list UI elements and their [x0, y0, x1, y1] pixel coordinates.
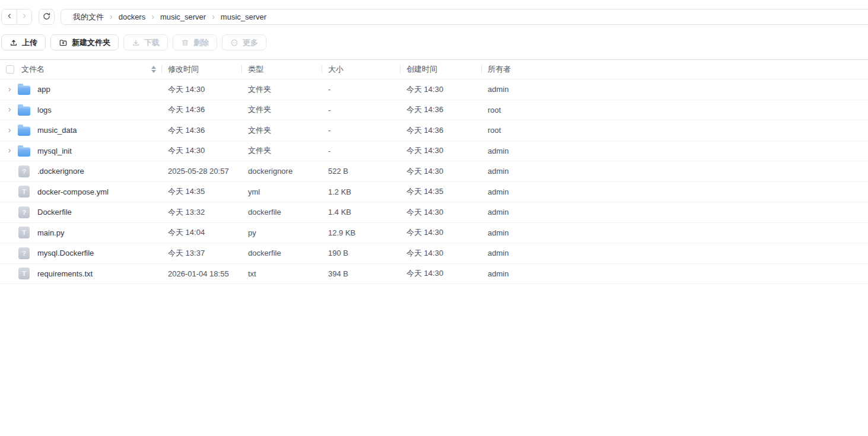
table-row[interactable]: T requirements.txt 2026-01-04 18:55 txt … — [0, 264, 868, 285]
file-owner: admin — [481, 269, 868, 278]
file-text-icon: T — [18, 268, 30, 279]
breadcrumb-item[interactable]: music_server — [160, 12, 206, 21]
file-owner: admin — [481, 147, 868, 155]
sort-desc-icon[interactable] — [151, 70, 156, 73]
file-name: requirements.txt — [37, 269, 93, 278]
back-button[interactable] — [2, 9, 17, 24]
file-name-cell: ? Dockerfile — [0, 206, 161, 218]
file-type: dockerfile — [241, 208, 322, 217]
table-row[interactable]: ? .dockerignore 2025-05-28 20:57 dockeri… — [0, 161, 868, 182]
table-row[interactable]: ? Dockerfile 今天 13:32 dockerfile 1.4 KB … — [0, 202, 868, 223]
file-owner: admin — [481, 208, 868, 217]
select-all-checkbox[interactable] — [6, 65, 14, 74]
file-name: docker-compose.yml — [37, 187, 109, 196]
file-name-cell: T requirements.txt — [0, 268, 161, 279]
delete-button[interactable]: 删除 — [173, 34, 217, 50]
modified-time: 今天 14:30 — [161, 145, 241, 156]
file-type: 文件夹 — [241, 125, 322, 136]
file-name-cell: logs — [0, 104, 161, 116]
breadcrumb-item[interactable]: dockers — [119, 12, 146, 21]
file-type: dockerfile — [241, 249, 322, 257]
breadcrumb-separator-icon: › — [110, 12, 113, 22]
download-button[interactable]: 下载 — [123, 34, 168, 50]
expand-chevron-icon[interactable] — [7, 147, 12, 154]
file-actions-toolbar: 上传新建文件夹下载删除更多 — [0, 34, 868, 50]
created-time: 今天 14:36 — [400, 104, 481, 115]
file-name: Dockerfile — [37, 208, 72, 217]
table-row[interactable]: music_data 今天 14:36 文件夹 - 今天 14:36 root — [0, 120, 868, 141]
modified-time: 今天 13:37 — [161, 248, 241, 259]
expand-chevron-icon[interactable] — [7, 86, 12, 93]
modified-time: 今天 14:36 — [161, 104, 241, 115]
modified-time: 今天 14:36 — [161, 125, 241, 136]
upload-button[interactable]: 上传 — [1, 34, 46, 50]
created-time: 今天 14:35 — [400, 186, 481, 197]
sort-asc-icon[interactable] — [151, 66, 156, 69]
chevron-right-icon — [21, 12, 28, 21]
header-type: 类型 — [241, 60, 322, 79]
delete-icon — [181, 39, 189, 47]
file-owner: root — [481, 106, 868, 114]
table-row[interactable]: app 今天 14:30 文件夹 - 今天 14:30 admin — [0, 79, 868, 100]
empty-area — [0, 284, 868, 435]
breadcrumb: 我的文件›dockers›music_server›music_server — [61, 9, 868, 25]
table-row[interactable]: mysql_init 今天 14:30 文件夹 - 今天 14:30 admin — [0, 141, 868, 162]
refresh-button[interactable] — [39, 9, 55, 25]
sort-toggle[interactable] — [151, 66, 156, 73]
created-time: 今天 14:30 — [400, 248, 481, 259]
file-size: 394 B — [322, 269, 400, 278]
created-time: 今天 14:30 — [400, 268, 481, 279]
breadcrumb-item[interactable]: 我的文件 — [73, 12, 104, 23]
file-size: - — [322, 85, 400, 94]
file-owner: admin — [481, 228, 868, 237]
created-time: 今天 14:30 — [400, 207, 481, 218]
table-row[interactable]: ? mysql.Dockerfile 今天 13:37 dockerfile 1… — [0, 243, 868, 264]
file-unknown-icon: ? — [18, 206, 30, 218]
modified-time: 今天 14:35 — [161, 186, 241, 197]
file-owner: admin — [481, 167, 868, 176]
table-row[interactable]: T main.py 今天 14:04 py 12.9 KB 今天 14:30 a… — [0, 223, 868, 244]
table-row[interactable]: T docker-compose.yml 今天 14:35 yml 1.2 KB… — [0, 182, 868, 203]
file-name-cell: app — [0, 84, 161, 95]
modified-time: 今天 14:04 — [161, 227, 241, 238]
expand-chevron-icon[interactable] — [7, 106, 12, 113]
header-filename: 文件名 — [0, 60, 161, 79]
table-row[interactable]: logs 今天 14:36 文件夹 - 今天 14:36 root — [0, 100, 868, 121]
folder-icon — [18, 106, 30, 116]
toolbar-button-label: 更多 — [243, 37, 258, 48]
toolbar-button-label: 新建文件夹 — [72, 37, 110, 48]
file-type: 文件夹 — [241, 84, 322, 95]
file-name: logs — [37, 106, 52, 114]
download-icon — [132, 39, 140, 47]
file-name-cell: ? mysql.Dockerfile — [0, 247, 161, 259]
file-unknown-icon: ? — [18, 247, 30, 259]
file-name: mysql_init — [37, 147, 72, 155]
file-name: app — [37, 85, 50, 94]
breadcrumb-item[interactable]: music_server — [221, 12, 266, 21]
created-time: 今天 14:30 — [400, 145, 481, 156]
file-name: .dockerignore — [37, 167, 84, 176]
file-owner: admin — [481, 85, 868, 94]
file-name: music_data — [37, 126, 77, 135]
forward-button[interactable] — [17, 9, 31, 24]
file-size: 1.2 KB — [322, 187, 400, 196]
folder-icon — [18, 126, 30, 136]
header-filename-label: 文件名 — [21, 64, 44, 75]
expand-chevron-icon[interactable] — [7, 127, 12, 134]
modified-time: 2025-05-28 20:57 — [161, 167, 241, 176]
file-table: 文件名 修改时间 类型 大小 创建时间 所有者 app 今天 14:30 文件夹… — [0, 59, 868, 435]
header-owner: 所有者 — [481, 60, 868, 79]
created-time: 今天 14:36 — [400, 125, 481, 136]
toolbar-button-label: 删除 — [193, 37, 209, 48]
upload-icon — [9, 39, 18, 47]
more-button[interactable]: 更多 — [222, 34, 266, 50]
new-folder-button[interactable]: 新建文件夹 — [50, 34, 119, 50]
file-name-cell: mysql_init — [0, 145, 161, 157]
file-type: yml — [241, 187, 322, 196]
file-type: py — [241, 228, 322, 237]
file-size: - — [322, 126, 400, 135]
modified-time: 今天 14:30 — [161, 84, 241, 95]
file-owner: root — [481, 126, 868, 135]
file-type: 文件夹 — [241, 145, 322, 156]
created-time: 今天 14:30 — [400, 227, 481, 238]
